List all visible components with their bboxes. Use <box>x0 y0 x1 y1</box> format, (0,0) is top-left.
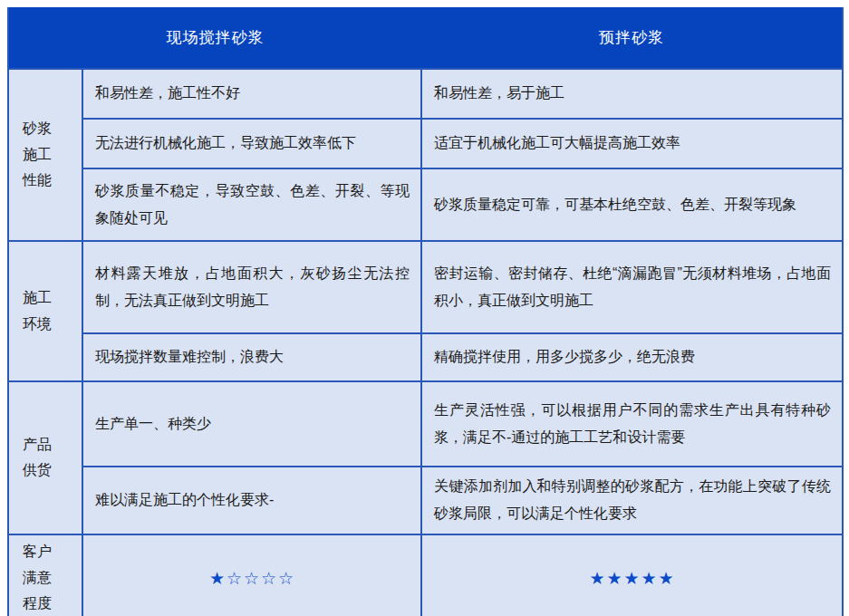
table-row: 砂浆质量不稳定，导致空鼓、色差、开裂、等现象随处可见 砂浆质量稳定可靠，可基本杜… <box>8 168 843 241</box>
cell-site: 难以满足施工的个性化要求- <box>82 467 421 534</box>
header-row: 现场搅拌砂浆 预拌砂浆 <box>8 7 843 69</box>
group-label-text: 产品供货 <box>23 432 54 485</box>
table-row: 砂浆施工性能 和易性差，施工性不好 和易性差，易于施工 <box>8 69 843 119</box>
cell-premixed: 密封运输、密封储存、杜绝“滴漏跑冒”无须材料堆场，占地面积小，真正做到文明施工 <box>421 241 843 333</box>
cell-premixed: 适宜于机械化施工可大幅提高施工效率 <box>421 119 843 168</box>
cell-site: 砂浆质量不稳定，导致空鼓、色差、开裂、等现象随处可见 <box>82 168 421 241</box>
table-row: 无法进行机械化施工，导致施工效率低下 适宜于机械化施工可大幅提高施工效率 <box>8 119 843 168</box>
rating-premixed-stars: ★★★★★ <box>421 534 843 616</box>
cell-premixed: 生产灵活性强，可以根据用户不同的需求生产出具有特种砂浆，满足不-通过的施工工艺和… <box>421 381 843 467</box>
table-row: 难以满足施工的个性化要求- 关键添加剂加入和特别调整的砂浆配方，在功能上突破了传… <box>8 467 843 534</box>
group-label-text: 砂浆施工性能 <box>23 116 54 194</box>
table-row: 施工环境 材料露天堆放，占地面积大，灰砂扬尘无法控制，无法真正做到文明施工 密封… <box>8 241 843 333</box>
cell-premixed: 关键添加剂加入和特别调整的砂浆配方，在功能上突破了传统砂浆局限，可以满足个性化要… <box>421 467 843 534</box>
group-label-product-supply: 产品供货 <box>8 381 82 534</box>
table-row: 现场搅拌数量难控制，浪费大 精确搅拌使用，用多少搅多少，绝无浪费 <box>8 333 843 381</box>
cell-premixed: 和易性差，易于施工 <box>421 69 843 119</box>
group-label-text: 施工环境 <box>23 285 54 338</box>
cell-premixed: 精确搅拌使用，用多少搅多少，绝无浪费 <box>421 333 843 381</box>
cell-site: 生产单一、种类少 <box>82 381 421 467</box>
page: 现场搅拌砂浆 预拌砂浆 砂浆施工性能 和易性差，施工性不好 和易性差，易于施工 … <box>0 0 849 616</box>
table-row: 产品供货 生产单一、种类少 生产灵活性强，可以根据用户不同的需求生产出具有特种砂… <box>8 381 843 467</box>
header-premixed-mortar: 预拌砂浆 <box>421 7 843 69</box>
comparison-table: 现场搅拌砂浆 预拌砂浆 砂浆施工性能 和易性差，施工性不好 和易性差，易于施工 … <box>7 7 844 616</box>
cell-site: 现场搅拌数量难控制，浪费大 <box>82 333 421 381</box>
header-site-mixed-mortar: 现场搅拌砂浆 <box>8 7 421 69</box>
cell-site: 无法进行机械化施工，导致施工效率低下 <box>82 119 421 168</box>
group-label-customer-satisfaction: 客户满意程度 <box>8 534 82 616</box>
rating-site-stars: ★☆☆☆☆ <box>82 534 421 616</box>
group-label-text: 客户满意程度 <box>23 539 54 616</box>
cell-site: 材料露天堆放，占地面积大，灰砂扬尘无法控制，无法真正做到文明施工 <box>82 241 421 333</box>
table-row: 客户满意程度 ★☆☆☆☆ ★★★★★ <box>8 534 843 616</box>
group-label-construction-environment: 施工环境 <box>8 241 82 381</box>
cell-site: 和易性差，施工性不好 <box>82 69 421 119</box>
group-label-mortar-performance: 砂浆施工性能 <box>8 69 82 241</box>
cell-premixed: 砂浆质量稳定可靠，可基本杜绝空鼓、色差、开裂等现象 <box>421 168 843 241</box>
